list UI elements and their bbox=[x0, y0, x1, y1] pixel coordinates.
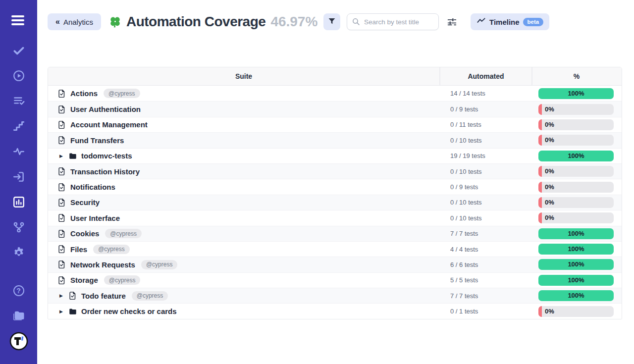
file-icon bbox=[57, 183, 66, 192]
percent-cell: 100% bbox=[531, 228, 621, 239]
suite-name: Cookies bbox=[70, 229, 99, 238]
automated-count: 14 / 14 tests bbox=[439, 90, 531, 97]
back-label: Analytics bbox=[63, 18, 93, 26]
table-row[interactable]: Storage @cypress 5 / 5 tests 100% bbox=[48, 272, 622, 288]
table-body: Actions @cypress 14 / 14 tests 100% User… bbox=[48, 86, 622, 319]
file-icon bbox=[57, 136, 66, 145]
column-header-percent: % bbox=[531, 67, 621, 85]
coverage-bar-fill bbox=[538, 135, 542, 146]
suite-name: Account Management bbox=[70, 120, 148, 129]
percent-cell: 0% bbox=[531, 166, 621, 177]
steps-icon[interactable] bbox=[12, 119, 26, 133]
gear-icon[interactable] bbox=[12, 246, 26, 260]
automated-count: 0 / 9 tests bbox=[439, 183, 531, 191]
coverage-bar: 0% bbox=[538, 212, 614, 223]
coverage-bar: 100% bbox=[538, 88, 614, 99]
suite-name: User Authentication bbox=[70, 105, 141, 113]
table-header: Suite Automated % bbox=[48, 67, 622, 86]
coverage-bar: 100% bbox=[538, 259, 614, 270]
branch-icon[interactable] bbox=[12, 220, 26, 234]
suite-cell: Security bbox=[48, 198, 439, 207]
coverage-percent-label: 0% bbox=[545, 197, 554, 208]
table-row[interactable]: Transaction History 0 / 10 tests 0% bbox=[48, 163, 622, 179]
percent-cell: 100% bbox=[531, 88, 621, 99]
help-icon[interactable]: ? bbox=[12, 284, 26, 298]
suite-name: Files bbox=[70, 245, 87, 254]
coverage-bar: 0% bbox=[538, 197, 614, 208]
table-row[interactable]: Account Management 0 / 11 tests 0% bbox=[48, 117, 622, 132]
cypress-tag-badge: @cypress bbox=[104, 275, 141, 285]
automated-count: 0 / 10 tests bbox=[439, 214, 531, 222]
expand-caret-icon[interactable]: ▶ bbox=[59, 293, 64, 298]
automated-count: 0 / 1 tests bbox=[439, 308, 531, 315]
table-row[interactable]: User Authentication 0 / 9 tests 0% bbox=[48, 101, 622, 116]
sign-in-icon[interactable] bbox=[12, 170, 26, 184]
topbar-actions: Timeline beta bbox=[323, 13, 549, 30]
table-row[interactable]: Actions @cypress 14 / 14 tests 100% bbox=[48, 86, 622, 101]
search-input[interactable] bbox=[347, 13, 439, 30]
coverage-percent-label: 100% bbox=[538, 228, 614, 239]
expand-caret-icon[interactable]: ▶ bbox=[59, 309, 64, 314]
list-check-icon[interactable] bbox=[12, 94, 26, 108]
cypress-tag-badge: @cypress bbox=[105, 229, 142, 238]
coverage-percent-label: 0% bbox=[545, 135, 554, 146]
page-title: Automation Coverage bbox=[126, 14, 265, 30]
coverage-bar: 100% bbox=[538, 151, 614, 161]
percent-cell: 100% bbox=[531, 290, 621, 301]
funnel-icon bbox=[327, 17, 336, 27]
suite-name: Fund Transfers bbox=[70, 136, 124, 145]
coverage-bar: 0% bbox=[538, 119, 614, 130]
table-row[interactable]: Security 0 / 10 tests 0% bbox=[48, 195, 622, 210]
coverage-bar: 0% bbox=[538, 182, 614, 193]
menu-icon[interactable] bbox=[11, 13, 26, 28]
table-row[interactable]: Fund Transfers 0 / 10 tests 0% bbox=[48, 132, 622, 148]
coverage-bar-fill bbox=[538, 119, 542, 130]
expand-caret-icon[interactable]: ▶ bbox=[59, 154, 64, 158]
automated-count: 0 / 9 tests bbox=[439, 105, 531, 113]
coverage-percent-label: 0% bbox=[545, 306, 554, 317]
topbar: « Analytics Automation Coverage 46.97% bbox=[48, 13, 317, 30]
coverage-bar-fill bbox=[538, 104, 542, 115]
sidebar: ? bbox=[0, 0, 37, 364]
beta-badge: beta bbox=[523, 18, 544, 26]
play-circle-icon[interactable] bbox=[12, 69, 26, 83]
check-icon[interactable] bbox=[12, 44, 26, 57]
file-icon bbox=[57, 198, 66, 207]
file-icon bbox=[57, 167, 66, 176]
table-row[interactable]: Network Requests @cypress 6 / 6 tests 10… bbox=[48, 257, 622, 272]
testomat-logo[interactable] bbox=[9, 331, 29, 351]
activity-icon[interactable] bbox=[12, 145, 26, 158]
folders-icon[interactable] bbox=[12, 309, 26, 323]
filter-button[interactable] bbox=[323, 13, 340, 30]
automated-count: 0 / 11 tests bbox=[439, 121, 531, 128]
coverage-percent-label: 0% bbox=[545, 119, 554, 130]
coverage-bar: 0% bbox=[538, 306, 614, 317]
coverage-percent-label: 100% bbox=[538, 290, 614, 301]
percent-cell: 100% bbox=[531, 151, 621, 161]
suite-cell: ▶ todomvc-tests bbox=[48, 152, 439, 160]
automated-count: 0 / 10 tests bbox=[439, 137, 531, 144]
table-row[interactable]: Notifications 0 / 9 tests 0% bbox=[48, 179, 622, 194]
table-row[interactable]: ▶ Todo feature @cypress 7 / 7 tests 100% bbox=[48, 288, 622, 303]
automated-count: 19 / 19 tests bbox=[439, 152, 531, 159]
table-row[interactable]: Cookies @cypress 7 / 7 tests 100% bbox=[48, 226, 622, 241]
file-icon bbox=[57, 260, 66, 269]
table-row[interactable]: ▶ Order new checks or cards 0 / 1 tests … bbox=[48, 303, 622, 318]
adjustments-icon[interactable] bbox=[446, 16, 458, 28]
suite-cell: Notifications bbox=[48, 183, 439, 192]
suite-cell: User Authentication bbox=[48, 105, 439, 114]
coverage-percent-label: 0% bbox=[545, 104, 554, 115]
coverage-bar-fill bbox=[538, 166, 542, 177]
bar-chart-icon[interactable] bbox=[12, 195, 26, 209]
back-analytics-button[interactable]: « Analytics bbox=[48, 13, 101, 30]
table-row[interactable]: Files @cypress 4 / 4 tests 100% bbox=[48, 241, 622, 257]
percent-cell: 100% bbox=[531, 275, 621, 286]
cypress-tag-badge: @cypress bbox=[132, 291, 168, 301]
percent-cell: 0% bbox=[531, 212, 621, 223]
file-icon bbox=[57, 245, 66, 254]
timeline-button[interactable]: Timeline beta bbox=[471, 13, 549, 30]
coverage-bar-fill bbox=[538, 197, 542, 208]
table-row[interactable]: ▶ todomvc-tests 19 / 19 tests 100% bbox=[48, 148, 622, 163]
percent-cell: 0% bbox=[531, 197, 621, 208]
table-row[interactable]: User Interface 0 / 10 tests 0% bbox=[48, 210, 622, 225]
